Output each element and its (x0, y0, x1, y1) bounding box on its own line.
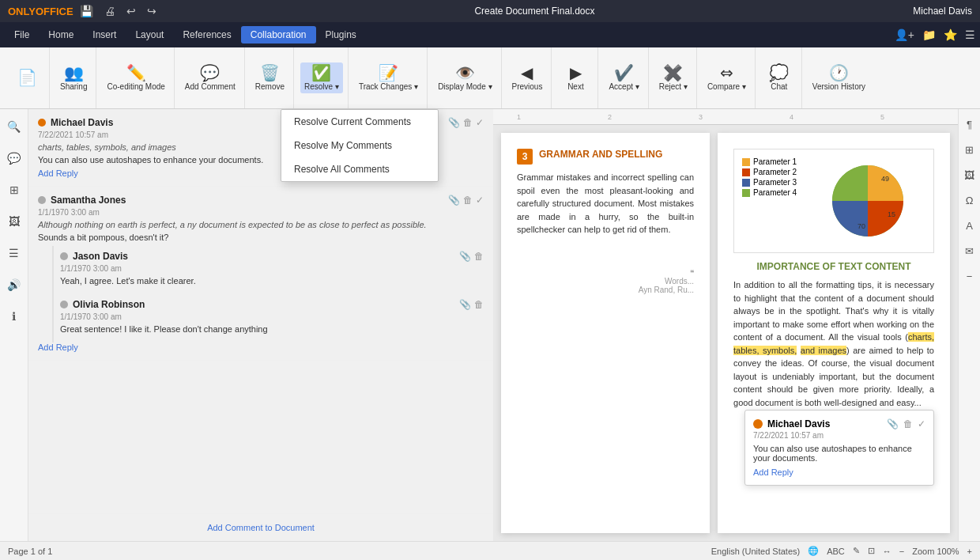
table-right-icon[interactable]: ⊞ (961, 141, 978, 158)
track-changes-button[interactable]: 📝 Track Changes ▾ (355, 62, 422, 93)
page-right: Parameter 1 Parameter 2 Parameter 3 (718, 133, 950, 533)
ribbon-group-coediting: ✏️ Co-editing Mode (98, 47, 174, 108)
sidebar-search-icon[interactable]: 🔍 (3, 115, 25, 138)
reply-2-header: Olivia Robinson 📎 🗑 (60, 299, 484, 310)
menu-icon[interactable]: ☰ (965, 28, 975, 41)
paragraph-icon[interactable]: ¶ (961, 115, 978, 133)
spellcheck-icon[interactable]: ABC (827, 547, 845, 556)
comment-1-delete-icon[interactable]: 🗑 (463, 117, 473, 128)
version-history-button[interactable]: 🕐 Version History (808, 62, 869, 93)
print-icon[interactable]: 🖨 (104, 5, 115, 17)
open-file-icon[interactable]: 📁 (922, 28, 936, 41)
fit-icon[interactable]: ⊡ (868, 546, 875, 556)
zoom-in-icon[interactable]: + (967, 547, 972, 556)
inline-delete-icon[interactable]: 🗑 (903, 418, 913, 429)
resolve-all-item[interactable]: Resolve All Comments (281, 157, 438, 181)
chat-icon: 💭 (769, 65, 789, 81)
inline-comment-icons: 📎 🗑 ✓ (887, 418, 925, 429)
undo-icon[interactable]: ↩ (126, 5, 136, 17)
chat-label: Chat (771, 82, 787, 91)
add-comment-button[interactable]: 💬 Add Comment (181, 62, 239, 93)
language-globe-icon[interactable]: 🌐 (808, 546, 819, 556)
display-mode-button[interactable]: 👁️ Display Mode ▾ (434, 62, 496, 93)
menu-item-layout[interactable]: Layout (126, 26, 173, 44)
inline-add-reply[interactable]: Add Reply (753, 467, 925, 477)
resolve-my-item[interactable]: Resolve My Comments (281, 134, 438, 157)
comment-2-delete-icon[interactable]: 🗑 (463, 195, 473, 206)
document-title: Create Document Final.docx (474, 6, 594, 17)
reply-1: Jason Davis 📎 🗑 1/1/1970 3:00 am Yeah, I… (52, 246, 484, 294)
new-doc-button[interactable]: 📄 (9, 67, 44, 89)
reply-2-icons: 📎 🗑 (459, 299, 484, 310)
sidebar-comments-icon[interactable]: 💬 (3, 147, 25, 169)
title-bar-controls: 💾 🖨 ↩ ↪ (80, 5, 156, 17)
compare-label: Compare ▾ (707, 82, 746, 91)
resolve-button[interactable]: ✅ Resolve ▾ (300, 62, 343, 93)
sharing-button[interactable]: 👥 Sharing (56, 62, 91, 93)
reply-2-attach-icon[interactable]: 📎 (459, 299, 471, 310)
add-comment-footer: Add Comment to Document (28, 513, 493, 541)
comment-1-attach-icon[interactable]: 📎 (448, 117, 460, 128)
menu-item-file[interactable]: File (5, 26, 39, 44)
reply-1-author: Jason Davis (73, 251, 128, 262)
compare-button[interactable]: ⇔ Compare ▾ (703, 62, 750, 93)
accept-button[interactable]: ✔️ Accept ▾ (605, 62, 643, 93)
save-icon[interactable]: 💾 (80, 5, 93, 17)
mail-icon[interactable]: ✉ (961, 242, 978, 259)
menu-item-references[interactable]: References (173, 26, 240, 44)
display-mode-icon: 👁️ (455, 65, 475, 81)
reply-1-delete-icon[interactable]: 🗑 (474, 251, 484, 262)
sidebar-table-icon[interactable]: ⊞ (3, 179, 25, 201)
comment-2-resolve-icon[interactable]: ✓ (476, 195, 484, 206)
sidebar-info-icon[interactable]: ℹ (3, 305, 25, 327)
reject-button[interactable]: ✖️ Reject ▾ (655, 62, 692, 93)
sidebar-image-icon[interactable]: 🖼 (3, 210, 25, 233)
resolve-current-item[interactable]: Resolve Current Comments (281, 110, 438, 134)
fit-width-icon[interactable]: ↔ (883, 547, 891, 556)
chart-legend: Parameter 1 Parameter 2 Parameter 3 (742, 157, 797, 199)
inline-attach-icon[interactable]: 📎 (887, 418, 899, 429)
menu-item-home[interactable]: Home (39, 26, 83, 44)
previous-button[interactable]: ◀ Previous (508, 62, 547, 93)
comment-1-avatar (38, 119, 46, 127)
language-status[interactable]: English (United States) (711, 547, 801, 556)
quote-words: Words... (517, 277, 694, 286)
menu-item-insert[interactable]: Insert (83, 26, 126, 44)
importance-content: In addition to all the formatting tips, … (733, 278, 934, 409)
format-icon[interactable]: A (961, 217, 978, 234)
legend-param3: Parameter 3 (742, 178, 797, 187)
next-button[interactable]: ▶ Next (558, 62, 593, 93)
reply-2-delete-icon[interactable]: 🗑 (474, 299, 484, 310)
sidebar-list-icon[interactable]: ☰ (3, 242, 25, 264)
zoom-out-icon[interactable]: − (899, 547, 904, 556)
menu-item-collaboration[interactable]: Collaboration (241, 26, 316, 44)
image-right-icon[interactable]: 🖼 (961, 166, 978, 184)
add-user-icon[interactable]: 👤+ (895, 28, 914, 41)
chat-button[interactable]: 💭 Chat (762, 62, 797, 93)
inline-comment-avatar (753, 419, 763, 429)
title-bar-left: ONLYOFFICE 💾 🖨 ↩ ↪ (8, 5, 156, 17)
inline-resolve-icon[interactable]: ✓ (918, 418, 925, 429)
equation-icon[interactable]: Ω (961, 191, 978, 209)
comment-1-resolve-icon[interactable]: ✓ (476, 117, 484, 128)
track-status-icon[interactable]: ✎ (853, 546, 860, 556)
inline-comment-popup: Michael Davis 📎 🗑 ✓ 7/22/2021 10:57 am Y… (744, 410, 934, 486)
redo-icon[interactable]: ↪ (147, 5, 156, 17)
accept-icon: ✔️ (614, 65, 634, 81)
reply-1-attach-icon[interactable]: 📎 (459, 251, 471, 262)
favorite-icon[interactable]: ⭐ (944, 28, 957, 41)
status-bar-right: English (United States) 🌐 ABC ✎ ⊡ ↔ − Zo… (711, 546, 972, 556)
menu-item-plugins[interactable]: Plugins (316, 26, 366, 44)
comment-2-attach-icon[interactable]: 📎 (448, 195, 460, 206)
sidebar-speaker-icon[interactable]: 🔊 (3, 274, 25, 296)
ribbon-group-track: 📝 Track Changes ▾ (350, 47, 428, 108)
coediting-button[interactable]: ✏️ Co-editing Mode (103, 62, 168, 93)
minus-icon[interactable]: − (961, 267, 978, 285)
inline-comment-header: Michael Davis 📎 🗑 ✓ (753, 418, 925, 429)
comment-2-body: Sounds a bit pompous, doesn't it? (38, 233, 484, 242)
remove-button[interactable]: 🗑️ Remove (251, 62, 288, 93)
user-name: Michael Davis (913, 6, 972, 17)
section-3-content: Grammar mistakes and incorrect spelling … (517, 171, 694, 236)
comment-2-add-reply[interactable]: Add Reply (38, 342, 484, 352)
add-comment-to-doc-button[interactable]: Add Comment to Document (207, 523, 315, 532)
